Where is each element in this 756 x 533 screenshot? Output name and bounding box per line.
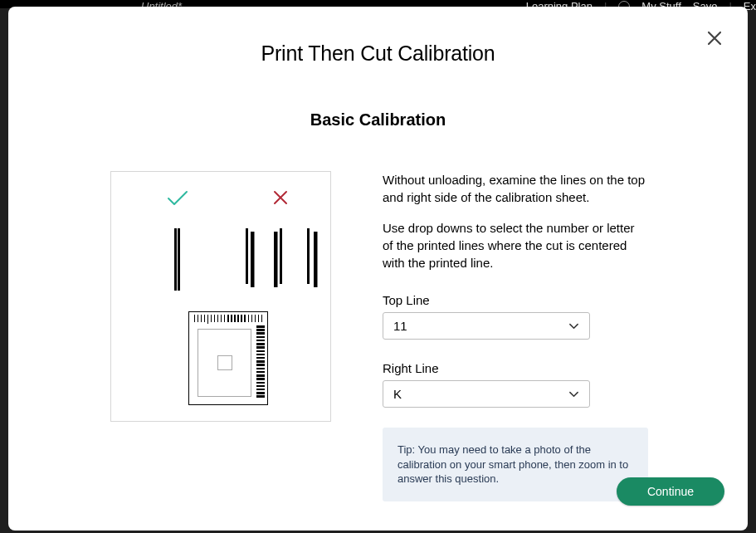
instruction-paragraph-1: Without unloading, examine the lines on … [383, 171, 648, 206]
calibration-illustration [110, 171, 331, 422]
modal-subheading: Basic Calibration [8, 110, 748, 130]
continue-button[interactable]: Continue [617, 477, 724, 506]
svg-rect-4 [274, 232, 278, 287]
continue-button-label: Continue [647, 485, 694, 498]
svg-rect-3 [251, 232, 255, 287]
right-line-value: K [393, 387, 402, 401]
svg-rect-7 [314, 232, 318, 287]
line-examples [168, 228, 325, 295]
instruction-paragraph-2: Use drop downs to select the number or l… [383, 219, 648, 271]
close-button[interactable] [705, 28, 724, 48]
instructions-column: Without unloading, examine the lines on … [383, 171, 648, 501]
right-line-dropdown[interactable]: K [383, 380, 590, 408]
modal-title: Print Then Cut Calibration [8, 42, 748, 66]
calibration-sheet-diagram [188, 311, 268, 405]
calibration-modal: Print Then Cut Calibration Basic Calibra… [8, 7, 748, 531]
chevron-down-icon [568, 320, 579, 331]
svg-rect-6 [307, 228, 310, 284]
close-icon [706, 30, 723, 46]
top-line-label: Top Line [383, 293, 648, 307]
svg-rect-2 [246, 228, 248, 284]
top-line-value: 11 [393, 319, 407, 333]
chevron-down-icon [568, 389, 579, 399]
svg-rect-0 [174, 228, 177, 291]
svg-rect-5 [280, 228, 282, 284]
svg-rect-1 [178, 228, 180, 291]
check-icon [167, 190, 188, 207]
modal-content: Without unloading, examine the lines on … [8, 171, 748, 501]
tip-callout: Tip: You may need to take a photo of the… [383, 428, 648, 501]
right-line-label: Right Line [383, 361, 648, 375]
x-mark-icon [273, 190, 288, 205]
top-line-dropdown[interactable]: 11 [383, 312, 590, 340]
